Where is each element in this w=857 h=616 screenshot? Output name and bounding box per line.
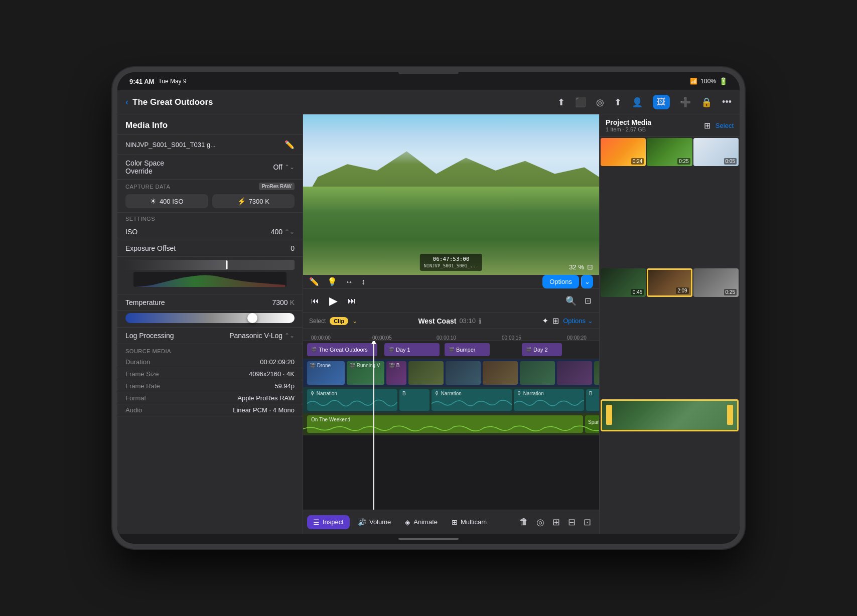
title-clip-day1[interactable]: 🎬 Day 1 (384, 343, 440, 356)
timeline-right-controls: ✦ ⊞ Options ⌄ (542, 316, 593, 326)
bulb-icon[interactable]: 💡 (327, 277, 337, 286)
frame-size-row: Frame Size 4096x2160 · 4K (117, 368, 303, 380)
thumb-duration-1: 0:24 (631, 158, 644, 165)
lock-icon[interactable]: 🔒 (701, 97, 712, 108)
video-clip-running[interactable]: 🎬 Running V (347, 361, 384, 385)
share-icon[interactable]: ⬆ (557, 97, 565, 108)
temp-slider-thumb (247, 313, 257, 323)
video-clip-8[interactable] (557, 361, 592, 385)
play-button[interactable]: ▶ (329, 294, 338, 307)
back-button[interactable]: ‹ (125, 97, 128, 107)
options-button[interactable]: Options ⌄ (563, 317, 593, 325)
video-clip-5[interactable] (446, 361, 481, 385)
media-thumb-4[interactable]: 0:45 (601, 268, 646, 296)
grid-icon[interactable]: ⊞ (704, 121, 710, 130)
iso-chevron-icon: ⌃⌄ (284, 228, 295, 235)
media-thumb-6[interactable]: 0:25 (693, 268, 739, 296)
title-track: 🎬 The Great Outdoors 🎬 Day 1 (303, 341, 599, 359)
tab-volume[interactable]: 🔊 Volume (352, 515, 397, 529)
edit-pen-icon[interactable]: ✏️ (309, 277, 319, 286)
audio-label-b2: B (402, 391, 426, 396)
people-icon[interactable]: 👤 (632, 97, 643, 108)
log-processing-row[interactable]: Log Processing Panasonic V-Log ⌃⌄ (117, 328, 303, 344)
temperature-val: 7300 K (272, 298, 295, 306)
clip-badge[interactable]: Clip (330, 317, 348, 325)
tab-inspect[interactable]: ☰ Inspect (307, 515, 350, 529)
color-space-row[interactable]: Color SpaceOverride Off ⌃⌄ (117, 155, 303, 180)
main-content: Media Info NINJVP_S001_S001_T031 g... ✏️… (117, 114, 740, 534)
media-thumb-2[interactable]: 0:25 (647, 138, 692, 166)
media-thumb-7[interactable] (601, 399, 739, 431)
histogram (133, 272, 287, 287)
audio-clip-b3[interactable]: B (586, 389, 599, 411)
magic-icon[interactable]: ✦ (542, 316, 548, 326)
audio-clip-narration-2[interactable]: 🎙 Narration (432, 389, 512, 411)
split-icon[interactable]: ⊞ (552, 517, 560, 528)
more-icon[interactable]: ••• (722, 97, 732, 107)
forward-button[interactable]: ⏭ (348, 296, 356, 305)
insert-button[interactable]: Options (542, 275, 579, 288)
title-clip-day2[interactable]: 🎬 Day 2 (522, 343, 562, 356)
slider-thumb (226, 260, 228, 269)
video-clip-4[interactable] (408, 361, 444, 385)
zoom-overlay: 32 % ⊡ (569, 263, 593, 271)
video-clip-7[interactable] (520, 361, 555, 385)
clip-dropdown-icon[interactable]: ⌄ (352, 318, 357, 325)
title-clip-bumper[interactable]: 🎬 Bumper (445, 343, 490, 356)
tab-animate[interactable]: ◈ Animate (399, 515, 444, 529)
video-clip-b1[interactable]: 🎬 B (386, 361, 406, 385)
title-clip-outdoors[interactable]: 🎬 The Great Outdoors (307, 343, 377, 356)
info-circle-icon[interactable]: ℹ (479, 317, 481, 325)
device-frame: 9:41 AM Tue May 9 📶 100% 🔋 ‹ The Great O… (112, 67, 745, 549)
audio-val: Linear PCM · 4 Mono (233, 406, 295, 414)
select-button[interactable]: Select (716, 122, 734, 129)
rewind-button[interactable]: ⏮ (311, 296, 319, 305)
tab-multicam[interactable]: ⊞ Multicam (446, 515, 493, 529)
crop-icon[interactable]: ⊡ (584, 517, 591, 528)
project-center: West Coast 03:10 ℹ (418, 317, 481, 325)
trim-icon[interactable]: ⊟ (568, 517, 576, 528)
timecode-overlay: 06:47:53:00 NINJVP_S001_S001_... (420, 254, 482, 271)
arrow-v-icon[interactable]: ↕ (361, 277, 365, 286)
bottom-toolbar: ☰ Inspect 🔊 Volume ◈ Animate ⊞ (303, 510, 599, 534)
magnify-icon[interactable]: 🔍 (565, 295, 577, 306)
video-clip-drone[interactable]: 🎬 Drone (307, 361, 345, 385)
preview-image (303, 114, 599, 275)
export-icon[interactable]: ⬆ (614, 97, 622, 108)
insert-expand-button[interactable]: ⌄ (581, 275, 593, 288)
temp-slider-container (117, 311, 303, 328)
audio-clip-narration-3[interactable]: 🎙 Narration (514, 389, 584, 411)
fullscreen-icon[interactable]: ⊡ (585, 296, 591, 305)
clip-icon-4: 🎬 (526, 347, 531, 352)
exposure-slider[interactable] (125, 260, 295, 270)
media-thumb-5[interactable]: 2:09 (647, 268, 692, 296)
music-clip-weekend[interactable]: On The Weekend (307, 415, 583, 433)
ruler-mark-3: 00:00:15 (502, 335, 521, 341)
audio-clip-narration-1[interactable]: 🎙 Narration (307, 389, 397, 411)
media-thumb-3[interactable]: 0:05 (693, 138, 739, 166)
exposure-key: Exposure Offset (125, 244, 176, 252)
add-media-icon[interactable]: ➕ (680, 97, 691, 108)
narration-label-3: 🎙 Narration (517, 391, 581, 396)
compass-icon[interactable]: ◎ (596, 97, 604, 108)
wifi-icon: 📶 (690, 78, 697, 85)
edit-icon[interactable]: ✏️ (284, 140, 295, 149)
video-clip-9[interactable] (594, 361, 599, 385)
media-meta: 1 Item · 2.57 GB (606, 126, 651, 132)
record-icon[interactable]: ◎ (536, 517, 544, 528)
delete-icon[interactable]: 🗑 (519, 517, 528, 527)
right-panel-title-area: Project Media 1 Item · 2.57 GB (606, 118, 651, 132)
audio-clip-b2[interactable]: B (399, 389, 430, 411)
clock-icon[interactable]: ⊞ (552, 316, 559, 326)
duration-row: Duration 00:02:09:20 (117, 356, 303, 368)
video-clip-6[interactable] (483, 361, 518, 385)
fit-icon[interactable]: ⊡ (587, 263, 593, 271)
temp-slider[interactable] (125, 313, 295, 323)
arrow-h-icon[interactable]: ↔ (345, 277, 353, 286)
photo-icon[interactable]: 🖼 (653, 95, 670, 109)
media-thumb-1[interactable]: 0:24 (601, 138, 646, 166)
camera-record-icon[interactable]: ⬛ (575, 97, 586, 108)
source-media-header: SOURCE MEDIA (117, 344, 303, 356)
battery-icon: 🔋 (719, 77, 728, 85)
left-panel: Media Info NINJVP_S001_S001_T031 g... ✏️… (117, 114, 303, 534)
